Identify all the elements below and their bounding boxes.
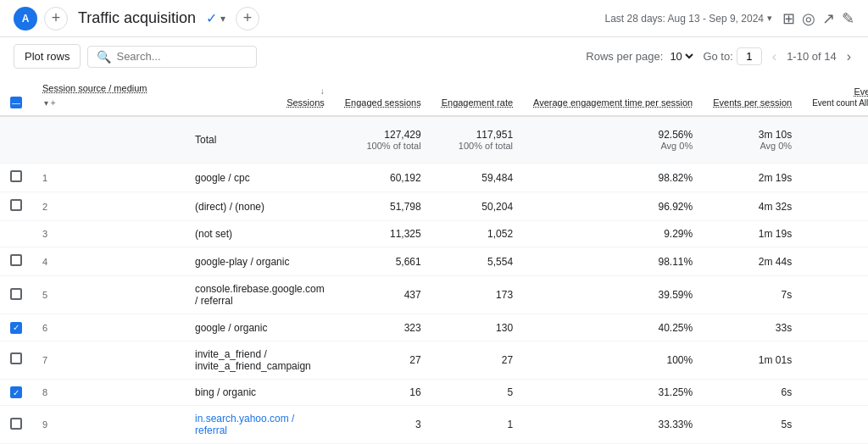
- row-events-per-session: 48.92: [802, 192, 868, 221]
- table-row: 7invite_a_friend / invite_a_friend_campa…: [0, 341, 868, 379]
- table-body: Total 127,429 100% of total 117,951 100%…: [0, 116, 868, 444]
- topbar-icons: ⊞ ◎ ↗ ✎: [782, 9, 854, 28]
- row-engaged-sessions: 59,484: [431, 164, 523, 192]
- row-sessions: 323: [335, 314, 431, 341]
- next-page-button[interactable]: ›: [843, 47, 854, 66]
- row-number: 3: [32, 221, 185, 247]
- row-sessions: 16: [335, 379, 431, 406]
- search-icon: 🔍: [97, 50, 111, 64]
- row-number: 2: [32, 192, 185, 221]
- select-all-header[interactable]: —: [0, 75, 32, 116]
- page-range: 1-10 of 14: [787, 50, 837, 63]
- row-number: 4: [32, 247, 185, 276]
- row-engaged-sessions: 50,204: [431, 192, 523, 221]
- total-source-cell: Total: [185, 116, 335, 164]
- select-all-checkbox[interactable]: —: [10, 97, 22, 108]
- date-range-label: Last 28 days: Aug 13 - Sep 9, 2024: [605, 13, 764, 25]
- rows-per-page-select[interactable]: 10 25 50: [666, 49, 696, 64]
- user-avatar[interactable]: A: [14, 7, 37, 31]
- source-col-label[interactable]: Session source / medium: [42, 82, 147, 94]
- row-checkbox-cell: [0, 221, 32, 247]
- row-source: (direct) / (none): [185, 192, 335, 221]
- dropdown-arrow-icon[interactable]: ▾: [220, 13, 225, 25]
- row-sessions: 27: [335, 341, 431, 379]
- row-engagement-rate: 98.11%: [523, 247, 703, 276]
- events-per-session-header-wrap: Events per session: [713, 97, 792, 108]
- row-source: invite_a_friend / invite_a_friend_campai…: [185, 341, 335, 379]
- row-avg-engagement: 6s: [703, 379, 802, 406]
- col-header-engagement-rate: Engagement rate: [431, 75, 523, 116]
- page-title: Traffic acquisition: [78, 9, 196, 27]
- total-avg-engagement: 3m 10s Avg 0%: [703, 116, 802, 164]
- event-count-filter[interactable]: Event count All events: [812, 97, 868, 108]
- avg-engagement-col-label[interactable]: Average engagement time per session: [533, 97, 693, 108]
- data-table: — Session source / medium ▾ + ↓ Sessions: [0, 75, 868, 444]
- table-row: 3(not set)11,3251,0529.29%1m 19s13.51153…: [0, 221, 868, 247]
- row-sessions: 5,661: [335, 247, 431, 276]
- row-avg-engagement: 4m 32s: [703, 192, 802, 221]
- date-range-selector[interactable]: Last 28 days: Aug 13 - Sep 9, 2024 ▾: [605, 13, 772, 25]
- table-row: 1google / cpc60,19259,48498.82%2m 19s33.…: [0, 164, 868, 192]
- row-source: google / organic: [185, 314, 335, 341]
- total-row: Total 127,429 100% of total 117,951 100%…: [0, 116, 868, 164]
- row-checkbox[interactable]: [10, 288, 22, 300]
- target-icon[interactable]: ◎: [802, 9, 815, 28]
- row-checkbox[interactable]: [10, 418, 22, 430]
- chart-icon[interactable]: ⊞: [782, 9, 795, 28]
- row-number: 9: [32, 406, 185, 444]
- total-label-cell: [32, 116, 185, 164]
- row-events-per-session: 37.01: [802, 247, 868, 276]
- row-engagement-rate: 9.29%: [523, 221, 703, 247]
- goto-input[interactable]: [737, 47, 762, 65]
- share-icon[interactable]: ↗: [822, 9, 835, 28]
- pencil-icon[interactable]: ✎: [842, 9, 854, 28]
- row-checkbox[interactable]: [10, 170, 22, 182]
- sessions-col-label[interactable]: Sessions: [287, 97, 325, 108]
- toolbar: Plot rows 🔍 Rows per page: 10 25 50 Go t…: [0, 37, 868, 75]
- row-source: bing / organic: [185, 379, 335, 406]
- add-tab-button[interactable]: +: [44, 7, 68, 31]
- row-source[interactable]: in.search.yahoo.com / referral: [185, 406, 335, 444]
- table-row: 5console.firebase.google.com / referral4…: [0, 276, 868, 314]
- row-engaged-sessions: 5,554: [431, 247, 523, 276]
- rows-per-page-label: Rows per page:: [586, 50, 663, 63]
- table-row: 8bing / organic16531.25%6s3.946316.00: [0, 379, 868, 406]
- row-checkbox-cell: [0, 314, 32, 341]
- row-checkbox-cell: [0, 192, 32, 221]
- row-engagement-rate: 100%: [523, 341, 703, 379]
- row-avg-engagement: 1m 19s: [703, 221, 802, 247]
- plot-rows-button[interactable]: Plot rows: [14, 44, 81, 69]
- row-events-per-session: 33.70: [802, 164, 868, 192]
- row-events-per-session: 3.67: [802, 406, 868, 444]
- event-count-header-wrap: Event count Event count All events ▾: [812, 86, 868, 108]
- row-checkbox-cell: [0, 276, 32, 314]
- events-per-session-col-label[interactable]: Events per session: [713, 97, 792, 108]
- topbar: A + Traffic acquisition ✓ ▾ + Last 28 da…: [0, 0, 868, 37]
- row-checkbox[interactable]: [10, 199, 22, 211]
- row-checkbox[interactable]: [10, 352, 22, 364]
- prev-page-button[interactable]: ‹: [769, 47, 780, 66]
- source-filter-icon[interactable]: ▾ +: [44, 97, 56, 108]
- sessions-header-wrap: ↓ Sessions: [195, 86, 325, 108]
- row-source: (not set): [185, 221, 335, 247]
- col-header-engaged-sessions: Engaged sessions: [335, 75, 431, 116]
- row-events-per-session: 3.94: [802, 379, 868, 406]
- row-checkbox[interactable]: [10, 254, 22, 266]
- total-events-per-session: 38.69 Avg 0%: [802, 116, 868, 164]
- row-avg-engagement: 2m 19s: [703, 164, 802, 192]
- event-count-col-label[interactable]: Event count: [854, 86, 868, 97]
- row-number: 1: [32, 164, 185, 192]
- row-avg-engagement: 7s: [703, 276, 802, 314]
- table-container: — Session source / medium ▾ + ↓ Sessions: [0, 75, 868, 444]
- engagement-rate-col-label[interactable]: Engagement rate: [442, 97, 513, 108]
- table-row: 6google / organic32313040.25%33s8.442,72…: [0, 314, 868, 341]
- row-engaged-sessions: 1: [431, 406, 523, 444]
- row-checkbox[interactable]: [10, 386, 22, 398]
- add-section-button[interactable]: +: [236, 7, 259, 31]
- row-number: 6: [32, 314, 185, 341]
- row-engagement-rate: 31.25%: [523, 379, 703, 406]
- engaged-sessions-col-label[interactable]: Engaged sessions: [345, 97, 421, 108]
- row-sessions: 60,192: [335, 164, 431, 192]
- row-checkbox[interactable]: [10, 322, 22, 334]
- search-input[interactable]: [116, 50, 248, 63]
